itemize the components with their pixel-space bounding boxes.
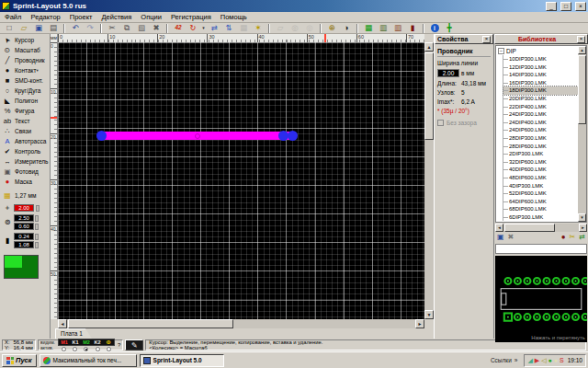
tool-mask[interactable]: ● Маска xyxy=(0,177,50,187)
library-item[interactable]: 24DIP300.LMK xyxy=(503,110,578,119)
track-midpoint-node[interactable] xyxy=(195,133,200,139)
track-width-value[interactable]: 2.00 xyxy=(14,204,34,212)
redo-icon[interactable]: ↷ xyxy=(83,23,97,34)
tool-pad[interactable]: ● Контакт ▾ xyxy=(0,65,50,75)
tool-check[interactable]: ✔ Контроль xyxy=(0,146,50,156)
library-item[interactable]: 28DIP600.LMK xyxy=(503,143,578,151)
spinner-button[interactable] xyxy=(35,242,39,248)
library-scrollbar[interactable]: ▲ ▼ xyxy=(578,46,586,222)
close-icon[interactable]: × xyxy=(482,36,491,43)
library-item[interactable]: 64DIP600.LMK xyxy=(503,198,578,206)
library-tree[interactable]: − DIP 10DIP300.LMK 12DIP300.LMK 14DIP300… xyxy=(496,46,578,222)
layer-k1[interactable]: K1 xyxy=(70,339,81,345)
print-icon[interactable]: ▤ xyxy=(46,23,61,34)
task-browser[interactable]: Максимальный ток печ... xyxy=(40,354,137,367)
library-item[interactable]: 32DIP600.LMK xyxy=(503,158,578,167)
pad-outer-value[interactable]: 2.50 xyxy=(14,214,34,222)
library-item[interactable]: 6DIP300.LMK xyxy=(503,213,578,222)
close-button[interactable]: × xyxy=(575,2,586,11)
layer-m1[interactable]: М1 xyxy=(59,339,70,345)
scroll-left-button[interactable]: ◄ xyxy=(58,319,67,328)
board-view-icon[interactable]: ▦ xyxy=(361,23,376,34)
rotate-dropdown-icon[interactable]: ▾ xyxy=(200,23,207,34)
tool-track[interactable]: ╱ Проводник xyxy=(0,55,50,65)
scroll-down-button[interactable]: ▼ xyxy=(424,310,434,319)
tool-smd[interactable]: ■ SMD-конт. xyxy=(0,75,50,86)
library-item[interactable]: 22DIP400.LMK xyxy=(503,103,578,111)
macro-export-icon[interactable]: ▱ xyxy=(273,23,288,34)
menu-project[interactable]: Проект xyxy=(65,13,97,21)
cut-icon[interactable]: ✂ xyxy=(105,23,119,34)
task-sprint-layout[interactable]: Sprint-Layout 5.0 xyxy=(140,354,224,367)
menu-help[interactable]: Помощь xyxy=(216,13,252,21)
scrollbar-thumb[interactable] xyxy=(578,55,586,124)
track-node[interactable] xyxy=(288,131,298,141)
no-gap-checkbox[interactable]: Без зазора xyxy=(437,120,491,126)
library-trash-icon[interactable]: ✖ xyxy=(508,234,514,241)
footprint-preview[interactable]: Нажать и перетянуть xyxy=(495,256,587,342)
tool-zoom[interactable]: ⊙ Масштаб xyxy=(0,45,50,55)
library-item[interactable]: 68DIP600.LMK xyxy=(503,205,578,213)
toolbar-separator[interactable] xyxy=(166,24,168,33)
checkbox-icon[interactable] xyxy=(437,120,444,126)
library-root-node[interactable]: − DIP xyxy=(498,47,578,55)
scroll-left-button[interactable]: ◄ xyxy=(495,224,503,232)
volume-tray-icon[interactable]: ◁ xyxy=(541,357,546,363)
component-top-icon[interactable]: ▥ xyxy=(376,23,390,34)
disconnect-icon[interactable]: ◎ xyxy=(302,23,317,34)
rotate-icon[interactable]: ↻ xyxy=(186,23,200,34)
library-item[interactable]: 40DIP600.LMK xyxy=(503,166,578,174)
links-toolbar[interactable]: Ссылки» xyxy=(487,357,522,363)
save-icon[interactable]: ▣ xyxy=(31,23,46,34)
open-icon[interactable]: ▱ xyxy=(17,23,31,34)
status-tray-icon[interactable]: ● xyxy=(548,357,552,363)
library-edit-icon[interactable]: ✂ xyxy=(570,234,576,241)
copy-icon[interactable]: ⧉ xyxy=(119,23,134,34)
undo-icon[interactable]: ↶ xyxy=(68,23,83,34)
paste-icon[interactable]: ▧ xyxy=(134,23,149,34)
library-item[interactable]: 10DIP300.LMK xyxy=(503,55,578,63)
menu-file[interactable]: Файл xyxy=(0,13,26,21)
tool-circle[interactable]: ○ Круг/Дуга xyxy=(0,86,50,96)
arrow-tray-icon[interactable]: ▶ xyxy=(535,357,539,363)
menu-registration[interactable]: Регистрация xyxy=(166,13,216,21)
library-item[interactable]: 52DIP600.LMK xyxy=(503,190,578,198)
new-icon[interactable]: □ xyxy=(2,23,17,34)
stamp-button[interactable]: ✎ xyxy=(125,339,143,351)
toolbar-separator[interactable] xyxy=(268,24,270,33)
layer-k2[interactable]: K2 xyxy=(92,339,103,345)
library-item[interactable]: 14DIP300.LMK xyxy=(503,71,578,79)
tool-autoroute[interactable]: A Автотрасса xyxy=(0,136,50,146)
tool-polygon[interactable]: ◣ Полигон xyxy=(0,96,50,106)
menu-options[interactable]: Опции xyxy=(136,13,166,21)
toolbar-separator[interactable] xyxy=(356,24,358,33)
library-item[interactable]: 48DIP600.LMK xyxy=(503,174,578,182)
tool-cursor[interactable]: ➤ Курсор xyxy=(0,35,50,45)
track-node[interactable] xyxy=(96,131,107,141)
board-tab[interactable]: Плата 1 xyxy=(55,328,92,339)
spinner-button[interactable] xyxy=(36,205,40,212)
scroll-right-button[interactable]: ► xyxy=(579,224,587,232)
chart-tray-icon[interactable]: ◢ xyxy=(527,357,532,363)
library-record-icon[interactable]: ● xyxy=(561,234,566,241)
library-item[interactable]: 4DIP300.LMK xyxy=(503,182,578,190)
vertical-scrollbar[interactable]: ▲ ▼ xyxy=(424,42,434,319)
horizontal-scrollbar[interactable]: ◄ ► xyxy=(58,319,424,328)
tool-photo[interactable]: ▣ Фотовид xyxy=(0,167,50,177)
layer-active-radio[interactable] xyxy=(96,347,100,351)
scrollbar-thumb[interactable] xyxy=(68,319,233,328)
library-save-icon[interactable]: ▣ xyxy=(497,234,504,241)
spinner-button[interactable] xyxy=(35,215,39,222)
contrast-icon[interactable]: ◑ xyxy=(339,23,354,34)
toolbar-separator[interactable] xyxy=(320,24,322,33)
smd-size-selector[interactable]: ▮ 0.24 1.08 xyxy=(0,233,50,248)
spinner-button[interactable] xyxy=(35,234,39,240)
pan-icon[interactable]: ╋ xyxy=(442,23,457,34)
width-input[interactable]: 2.00 xyxy=(437,69,459,77)
pad-drill-value[interactable]: 0.60 xyxy=(14,223,34,230)
layer-m2[interactable]: М2 xyxy=(81,339,92,345)
menu-actions[interactable]: Действия xyxy=(96,13,136,21)
scroll-up-button[interactable]: ▲ xyxy=(424,42,434,52)
scroll-right-button[interactable]: ► xyxy=(415,319,424,328)
library-item[interactable]: 16DIP300.LMK xyxy=(503,79,578,87)
